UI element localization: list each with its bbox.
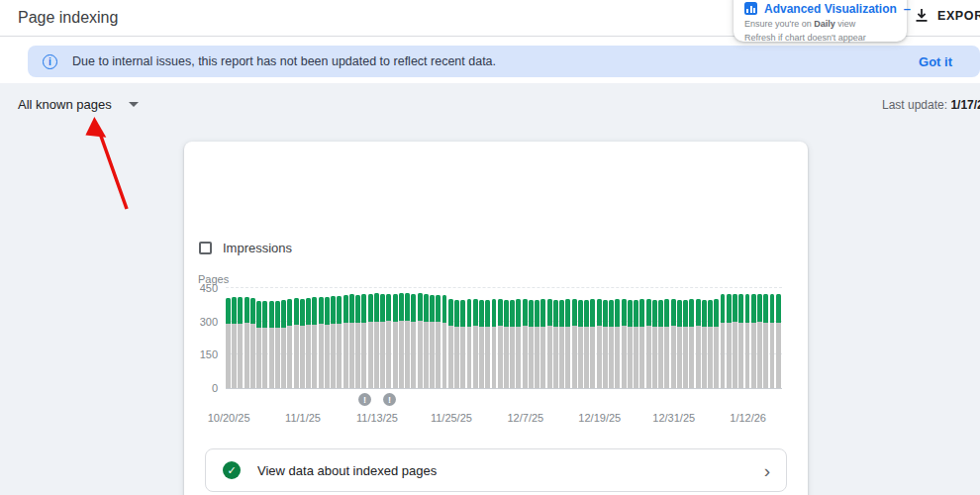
chart-bar[interactable] xyxy=(738,289,743,388)
chart-bar[interactable] xyxy=(337,289,342,388)
indexed-card[interactable]: ✓ Indexed 151 ? xyxy=(307,142,431,231)
chart-bar[interactable] xyxy=(250,289,255,388)
not-indexed-card[interactable]: ✓ Not indexed 263 8 reasons ? xyxy=(184,142,307,231)
chart-bar[interactable] xyxy=(615,289,620,388)
chart-bar[interactable] xyxy=(776,289,781,388)
chart-bar[interactable] xyxy=(306,289,311,388)
chart-bar[interactable] xyxy=(256,289,261,388)
chart-bar[interactable] xyxy=(664,289,669,388)
export-button[interactable]: EXPORT xyxy=(915,8,980,23)
help-icon[interactable]: ? xyxy=(284,209,297,222)
chart-bar[interactable] xyxy=(671,289,676,388)
chart-bar[interactable] xyxy=(609,289,614,388)
chart-bar[interactable] xyxy=(380,289,385,388)
chart-bar[interactable] xyxy=(733,289,737,388)
chart-bar[interactable] xyxy=(492,289,497,388)
chart-bar[interactable] xyxy=(763,289,768,388)
chart-bar[interactable] xyxy=(424,289,429,388)
chart-bar[interactable] xyxy=(677,289,682,388)
chart-bar[interactable] xyxy=(331,289,336,388)
chart-bar[interactable] xyxy=(529,289,534,388)
chart-bar[interactable] xyxy=(553,289,558,388)
chart-bar[interactable] xyxy=(757,289,762,388)
chart-bar[interactable] xyxy=(454,289,459,388)
chart-bar[interactable] xyxy=(430,289,435,388)
help-icon[interactable]: ? xyxy=(408,209,421,222)
chart-bar[interactable] xyxy=(275,289,280,388)
chart-bar[interactable] xyxy=(319,289,324,388)
chart-bar[interactable] xyxy=(361,289,366,388)
chart-bar[interactable] xyxy=(418,289,423,388)
chart-bar[interactable] xyxy=(745,289,750,388)
chart-bar[interactable] xyxy=(386,289,391,388)
chart-bar[interactable] xyxy=(523,289,528,388)
chart-bar[interactable] xyxy=(343,289,348,388)
chart-bar[interactable] xyxy=(349,289,354,388)
chart-bar[interactable] xyxy=(603,289,608,388)
chart-annotation-marker[interactable]: ! xyxy=(358,393,371,406)
chart-bar[interactable] xyxy=(405,289,410,388)
chart-bar[interactable] xyxy=(479,289,484,388)
chart-bar[interactable] xyxy=(584,289,589,388)
chart-bar[interactable] xyxy=(572,289,577,388)
chart-annotation-marker[interactable]: ! xyxy=(383,393,396,406)
minimize-popup-button[interactable]: – xyxy=(904,1,911,16)
chart-bar[interactable] xyxy=(646,289,651,388)
chart-bar[interactable] xyxy=(751,289,756,388)
chart-bar[interactable] xyxy=(510,289,515,388)
chart-bar[interactable] xyxy=(634,289,638,388)
chart-bar[interactable] xyxy=(411,289,416,388)
chart-plot[interactable] xyxy=(226,289,782,389)
chart-bar[interactable] xyxy=(628,289,633,388)
chart-bar[interactable] xyxy=(374,289,379,388)
chart-bar[interactable] xyxy=(269,289,274,388)
chart-bar[interactable] xyxy=(658,289,663,388)
chart-bar[interactable] xyxy=(485,289,490,388)
chart-bar[interactable] xyxy=(683,289,688,388)
chart-bar[interactable] xyxy=(281,289,286,388)
chart-bar[interactable] xyxy=(727,289,732,388)
chart-bar[interactable] xyxy=(467,289,472,388)
chart-bar[interactable] xyxy=(702,289,707,388)
chart-bar[interactable] xyxy=(721,289,726,388)
chart-bar[interactable] xyxy=(504,289,509,388)
chart-bar[interactable] xyxy=(689,289,694,388)
chart-bar[interactable] xyxy=(714,289,719,388)
chart-bar[interactable] xyxy=(226,289,231,388)
chart-bar[interactable] xyxy=(436,289,441,388)
impressions-checkbox[interactable] xyxy=(199,242,212,254)
chart-bar[interactable] xyxy=(696,289,701,388)
not-indexed-checkbox[interactable]: ✓ xyxy=(198,156,210,168)
chart-bar[interactable] xyxy=(393,289,398,388)
chart-bar[interactable] xyxy=(460,289,465,388)
chart-bar[interactable] xyxy=(590,289,595,388)
chart-bar[interactable] xyxy=(578,289,583,388)
chart-bar[interactable] xyxy=(448,289,453,388)
got-it-button[interactable]: Got it xyxy=(919,54,952,69)
chart-bar[interactable] xyxy=(540,289,545,388)
chart-bar[interactable] xyxy=(622,289,627,388)
chart-bar[interactable] xyxy=(565,289,570,388)
chart-bar[interactable] xyxy=(770,289,775,388)
chart-bar[interactable] xyxy=(399,289,404,388)
chart-bar[interactable] xyxy=(355,289,360,388)
chart-bar[interactable] xyxy=(238,289,243,388)
chart-bar[interactable] xyxy=(294,289,299,388)
chart-bar[interactable] xyxy=(639,289,644,388)
chart-bar[interactable] xyxy=(442,289,447,388)
indexed-checkbox[interactable]: ✓ xyxy=(321,156,333,168)
impressions-toggle[interactable]: Impressions xyxy=(199,241,292,255)
chart-bar[interactable] xyxy=(232,289,237,388)
chart-bar[interactable] xyxy=(287,289,292,388)
chart-bar[interactable] xyxy=(535,289,539,388)
chart-bar[interactable] xyxy=(516,289,521,388)
chart-bar[interactable] xyxy=(368,289,373,388)
chart-bar[interactable] xyxy=(597,289,602,388)
chart-bar[interactable] xyxy=(312,289,317,388)
chart-bar[interactable] xyxy=(325,289,330,388)
advanced-visualization-link[interactable]: Advanced Visualization xyxy=(764,2,897,16)
chart-bar[interactable] xyxy=(300,289,305,388)
chart-bar[interactable] xyxy=(473,289,478,388)
chart-bar[interactable] xyxy=(262,289,267,388)
chart-bar[interactable] xyxy=(547,289,552,388)
